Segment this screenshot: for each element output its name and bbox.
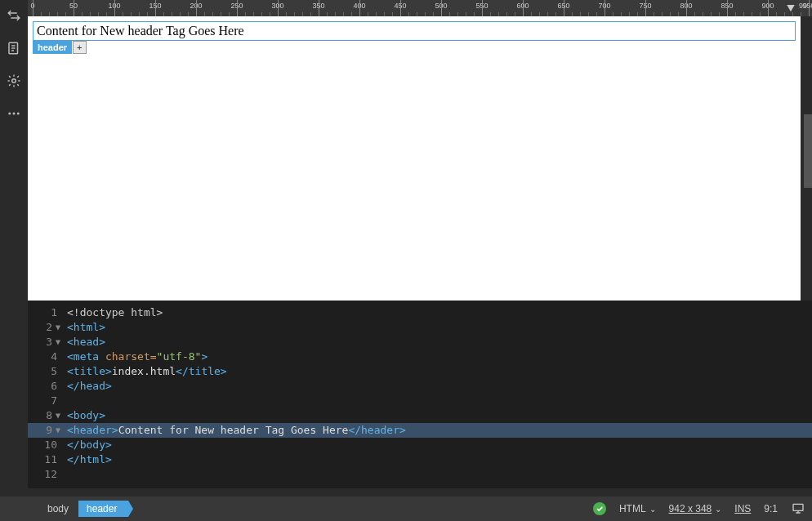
scrollbar-thumb[interactable] [804,114,812,188]
code-content[interactable]: <!doctype html><html><head><meta charset… [67,301,812,488]
more-icon[interactable] [5,105,23,122]
breadcrumb-header[interactable]: header [78,501,128,517]
code-token: </html> [67,453,112,465]
fold-icon[interactable]: ▼ [56,335,60,350]
code-line[interactable] [67,467,812,482]
swap-icon[interactable] [5,7,23,24]
fold-icon[interactable]: ▼ [56,320,60,335]
document-list-icon[interactable] [5,39,23,57]
fold-icon[interactable]: ▼ [56,408,60,423]
language-label: HTML [619,503,646,514]
code-token: charset= [105,350,157,363]
tag-name-label: header [33,41,72,54]
code-line[interactable]: <html> [67,320,812,335]
cursor-position: 9:1 [764,503,778,514]
header-element[interactable]: Content for New header Tag Goes Here [33,21,796,41]
svg-rect-5 [793,504,803,510]
code-token: <title> [67,365,112,377]
language-selector[interactable]: HTML ⌄ [619,503,656,514]
line-number: 12 [28,467,60,482]
code-token: index.html [112,365,176,377]
code-line[interactable]: <title>index.html</title> [67,364,812,379]
code-token: Content for New header Tag Goes Here [118,424,349,436]
code-token: <head> [67,336,105,348]
line-number: 3▼ [28,335,60,350]
code-editor[interactable]: 12▼3▼45678▼9▼101112 <!doctype html><html… [28,301,812,488]
code-token: <header> [67,424,118,436]
line-number: 7 [28,394,60,408]
svg-point-2 [8,113,11,115]
svg-point-4 [17,113,20,115]
code-line[interactable]: </html> [67,452,812,467]
element-tag-badge: header+ [33,39,87,54]
line-number: 1 [28,305,60,320]
preview-area[interactable]: Content for New header Tag Goes Here [28,16,801,301]
code-token: <!doctype html> [67,306,163,318]
gear-icon[interactable] [5,72,23,90]
line-number: 8▼ [28,408,60,423]
code-token: <body> [67,409,105,421]
code-token: <meta [67,350,105,363]
line-gutter: 12▼3▼45678▼9▼101112 [28,301,67,488]
breadcrumb-body[interactable]: body [39,501,77,517]
code-line[interactable] [67,394,812,408]
fold-icon[interactable]: ▼ [56,423,60,438]
chevron-down-icon: ⌄ [715,505,721,514]
line-number: 4 [28,350,60,364]
code-token: </title> [176,365,227,377]
status-ok-icon[interactable] [593,502,606,515]
svg-point-1 [12,79,16,83]
code-line[interactable]: <header>Content for New header Tag Goes … [67,423,812,438]
ruler-end-label: 99 [799,2,807,10]
code-line[interactable]: </head> [67,379,812,394]
code-line[interactable]: <meta charset="utf-8"> [67,350,812,364]
line-number: 11 [28,452,60,467]
code-line[interactable]: <head> [67,335,812,350]
chevron-down-icon: ⌄ [649,505,656,514]
dimensions-label: 942 x 348 [669,503,712,514]
insert-mode-toggle[interactable]: INS [734,503,751,514]
code-token: <html> [67,321,105,333]
code-token: </header> [348,424,405,436]
line-number: 10 [28,438,60,452]
code-line[interactable]: </body> [67,438,812,452]
svg-point-3 [13,113,16,115]
breadcrumb: bodyheader [7,501,585,517]
code-token: </body> [67,439,112,451]
status-bar: bodyheader HTML ⌄ 942 x 348 ⌄ INS 9:1 [0,497,812,521]
line-number: 5 [28,364,60,379]
dimensions-selector[interactable]: 942 x 348 ⌄ [669,503,722,514]
code-token: "utf-8" [157,350,202,363]
add-element-button[interactable]: + [73,41,86,54]
line-number: 9▼ [28,423,67,438]
code-token: > [201,350,207,363]
line-number: 6 [28,379,60,394]
ruler-end-marker: 99 [785,2,807,15]
preview-device-icon[interactable] [791,501,805,517]
code-line[interactable]: <body> [67,408,812,423]
left-toolbar [0,0,28,521]
line-number: 2▼ [28,320,60,335]
code-line[interactable]: <!doctype html> [67,305,812,320]
ruler: 0501001502002503003504004505005506006507… [28,0,812,16]
code-token: </head> [67,380,112,392]
